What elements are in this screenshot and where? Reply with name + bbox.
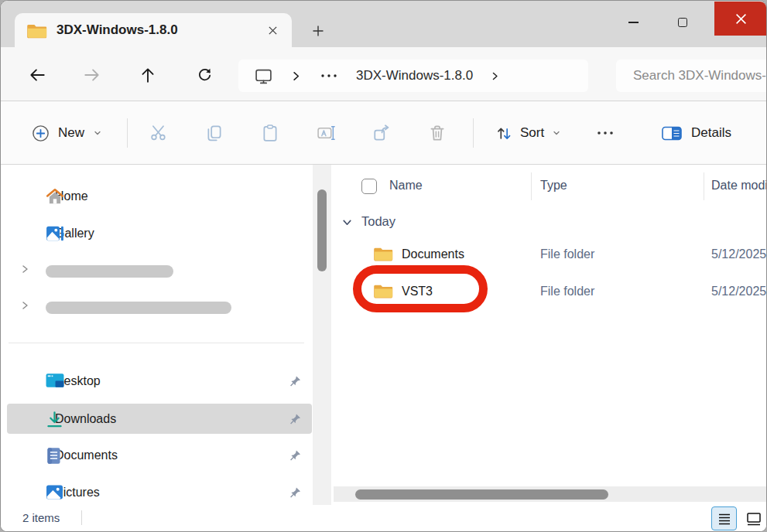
delete-button[interactable] <box>419 115 456 151</box>
more-options-button[interactable] <box>585 115 625 151</box>
details-view-button[interactable] <box>711 506 737 530</box>
select-all-checkbox[interactable] <box>361 179 377 194</box>
pin-icon <box>289 413 301 425</box>
back-button[interactable] <box>20 60 54 90</box>
folder-icon <box>374 283 393 298</box>
column-divider[interactable] <box>531 172 532 200</box>
file-row-date: 5/12/2025 <box>711 247 766 261</box>
details-panel-icon <box>662 126 682 141</box>
sidebar-item-redacted-1[interactable] <box>7 257 312 285</box>
file-row-name[interactable]: Documents <box>402 247 464 261</box>
sidebar-item-redacted-2[interactable] <box>7 294 312 322</box>
new-button[interactable]: New <box>22 115 111 151</box>
toolbar-divider <box>473 118 474 148</box>
column-header-date-modified[interactable]: Date modified <box>711 179 767 193</box>
copy-button[interactable] <box>196 115 233 151</box>
chevron-down-icon <box>552 128 561 138</box>
sidebar-scrollbar-thumb[interactable] <box>317 189 327 271</box>
paste-button[interactable] <box>252 115 289 151</box>
more-icon <box>596 130 615 136</box>
new-tab-button[interactable] <box>304 19 332 43</box>
new-plus-icon <box>32 124 50 142</box>
minimize-icon <box>628 22 639 23</box>
documents-icon <box>46 447 64 464</box>
desktop-icon <box>46 373 64 390</box>
refresh-button[interactable] <box>187 60 221 90</box>
file-row-date: 5/12/2025 <box>711 285 766 298</box>
folder-icon <box>374 246 393 261</box>
breadcrumb-item[interactable]: 3DX-Windows-1.8.0 <box>356 68 473 84</box>
sidebar-item-documents[interactable]: Documents <box>7 442 312 469</box>
sidebar-item-label: Documents <box>55 448 118 462</box>
sidebar-item-gallery[interactable]: Gallery <box>7 220 312 247</box>
address-bar[interactable]: 3DX-Windows-1.8.0 <box>238 60 588 92</box>
horizontal-scrollbar-thumb[interactable] <box>355 489 608 500</box>
forward-icon <box>83 66 101 84</box>
file-row-type: File folder <box>540 285 594 298</box>
chevron-right-icon[interactable] <box>290 70 302 82</box>
refresh-icon <box>196 66 214 84</box>
forward-button[interactable] <box>75 60 109 90</box>
maximize-icon <box>678 18 687 27</box>
downloads-icon <box>46 411 64 428</box>
pin-icon <box>289 376 301 387</box>
file-row-type: File folder <box>540 247 594 261</box>
tab-close-button[interactable] <box>262 20 282 40</box>
new-button-label: New <box>58 125 84 141</box>
breadcrumb-ellipsis[interactable] <box>320 73 337 79</box>
maximize-button[interactable] <box>665 9 700 36</box>
copy-icon <box>205 124 224 142</box>
content-view-icon <box>745 511 762 527</box>
column-divider[interactable] <box>704 172 704 200</box>
file-explorer-window: 3DX-Windows-1.8.0 <box>0 0 767 532</box>
content-view-button[interactable] <box>741 506 766 530</box>
tab-title: 3DX-Windows-1.8.0 <box>56 22 178 38</box>
column-header-type[interactable]: Type <box>540 179 567 193</box>
group-collapse-chevron-icon[interactable] <box>341 217 353 228</box>
pin-icon <box>289 450 301 462</box>
cut-button[interactable] <box>140 115 177 151</box>
ellipsis-icon <box>320 73 337 79</box>
delete-icon <box>428 124 447 142</box>
chevron-down-icon <box>93 128 102 138</box>
paste-icon <box>261 124 279 142</box>
search-box[interactable] <box>616 60 767 92</box>
sidebar-item-home[interactable]: Home <box>7 182 312 210</box>
minimize-button[interactable] <box>615 9 651 36</box>
redacted-label <box>46 302 231 314</box>
cut-icon <box>149 124 168 142</box>
toolbar-divider <box>127 118 128 148</box>
rename-button[interactable] <box>307 115 344 151</box>
pin-icon <box>289 487 301 499</box>
up-icon <box>139 66 157 84</box>
status-divider <box>81 510 82 525</box>
home-icon <box>46 188 64 205</box>
rename-icon <box>317 124 336 142</box>
pictures-icon <box>46 484 64 501</box>
group-label-today[interactable]: Today <box>361 214 395 229</box>
items-count: 2 items <box>22 511 60 524</box>
search-input[interactable] <box>616 68 767 84</box>
share-button[interactable] <box>363 115 400 151</box>
sort-icon <box>496 125 512 142</box>
sidebar-item-desktop[interactable]: Desktop <box>7 367 312 395</box>
close-icon <box>268 26 278 36</box>
close-window-button[interactable] <box>714 2 767 36</box>
redacted-label <box>46 265 173 278</box>
column-header-name[interactable]: Name <box>389 179 423 193</box>
sidebar-item-pictures[interactable]: Pictures <box>7 479 312 506</box>
explorer-tab[interactable]: 3DX-Windows-1.8.0 <box>15 13 292 47</box>
up-button[interactable] <box>131 60 165 90</box>
details-button[interactable]: Details <box>652 115 741 151</box>
back-icon <box>28 66 46 84</box>
gallery-icon <box>46 225 64 242</box>
sidebar-divider <box>9 343 304 343</box>
plus-icon <box>312 25 324 37</box>
file-row-name[interactable]: VST3 <box>402 285 433 298</box>
sort-button-label: Sort <box>520 125 544 141</box>
sidebar-item-downloads[interactable]: Downloads <box>7 404 312 434</box>
sort-button[interactable]: Sort <box>487 115 570 151</box>
chevron-right-icon[interactable] <box>490 71 500 81</box>
close-icon <box>735 13 747 25</box>
share-icon <box>372 124 391 142</box>
